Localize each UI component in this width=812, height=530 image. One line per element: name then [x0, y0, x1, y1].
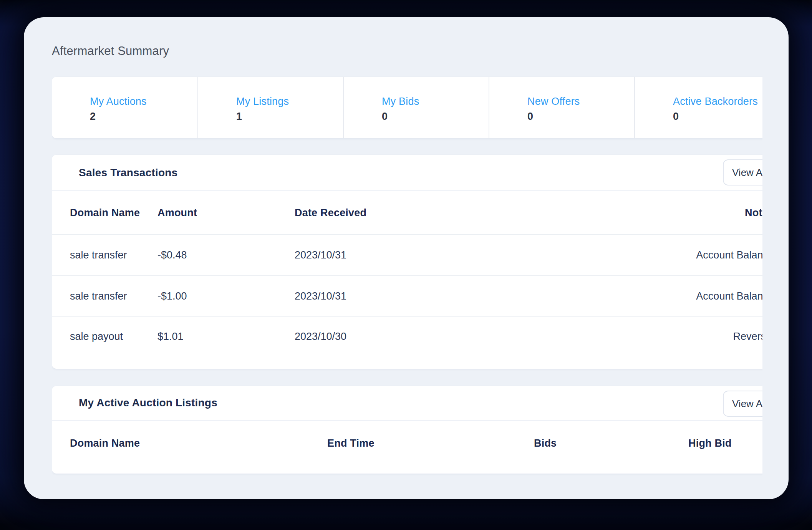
stat-card-my-auctions[interactable]: My Auctions 2: [52, 77, 197, 138]
auctions-view-all-button[interactable]: View All: [723, 391, 762, 417]
stat-value-active-backorders: 0: [673, 111, 762, 122]
cell-amount: $1.01: [157, 331, 184, 343]
stat-link-my-listings[interactable]: My Listings: [236, 96, 343, 107]
col-header-domain-name: Domain Name: [70, 437, 140, 449]
stat-value-new-offers: 0: [527, 111, 634, 122]
auction-listings-table: Domain Name End Time Bids High Bid: [52, 421, 762, 474]
active-auction-listings-header: My Active Auction Listings View All: [52, 386, 762, 421]
stat-value-my-bids: 0: [382, 111, 489, 122]
sales-view-all-button[interactable]: View All: [723, 159, 762, 186]
table-bottom-padding: [52, 356, 762, 369]
auctions-table-header-row: Domain Name End Time Bids High Bid: [52, 421, 762, 466]
cell-date: 2023/10/30: [295, 331, 346, 343]
cell-notes: Account Balance: [696, 249, 762, 261]
col-header-end-time: End Time: [327, 437, 375, 449]
active-auction-listings-title: My Active Auction Listings: [79, 397, 217, 409]
stat-value-my-auctions: 2: [90, 111, 197, 122]
cell-domain: sale transfer: [70, 249, 127, 261]
stat-link-new-offers[interactable]: New Offers: [527, 96, 634, 107]
cell-domain: sale transfer: [70, 290, 127, 302]
cell-domain: sale payout: [70, 331, 123, 343]
stat-card-my-bids[interactable]: My Bids 0: [343, 77, 489, 138]
sales-transactions-title: Sales Transactions: [79, 167, 177, 179]
stat-link-active-backorders[interactable]: Active Backorders: [673, 96, 762, 107]
sales-table-row: sale transfer -$0.48 2023/10/31 Account …: [52, 235, 762, 276]
stat-card-my-listings[interactable]: My Listings 1: [197, 77, 343, 138]
sales-table-row: sale transfer -$1.00 2023/10/31 Account …: [52, 276, 762, 317]
stat-link-my-bids[interactable]: My Bids: [382, 96, 489, 107]
sales-table-row: sale payout $1.01 2023/10/30 Reversal: [52, 317, 762, 356]
stat-link-my-auctions[interactable]: My Auctions: [90, 96, 197, 107]
content-clip-region: My Auctions 2 My Listings 1 My Bids 0 Ne…: [52, 17, 762, 499]
cell-amount: -$1.00: [157, 290, 187, 302]
sales-transactions-table: Domain Name Amount Date Received Notes s…: [52, 191, 762, 369]
cell-date: 2023/10/31: [295, 249, 346, 261]
stat-card-active-backorders[interactable]: Active Backorders 0: [634, 77, 762, 138]
active-auction-listings-section: My Active Auction Listings View All Doma…: [52, 386, 762, 474]
stat-value-my-listings: 1: [236, 111, 343, 122]
col-header-notes: Notes: [745, 207, 762, 219]
table-bottom-padding: [52, 466, 762, 474]
page-background: Aftermarket Summary My Auctions 2 My Lis…: [0, 0, 812, 530]
aftermarket-summary-panel: Aftermarket Summary My Auctions 2 My Lis…: [24, 17, 789, 499]
stats-card-row: My Auctions 2 My Listings 1 My Bids 0 Ne…: [52, 77, 762, 138]
cell-date: 2023/10/31: [295, 290, 346, 302]
sales-transactions-header: Sales Transactions View All: [52, 155, 762, 191]
col-header-bids: Bids: [534, 437, 557, 449]
sales-transactions-section: Sales Transactions View All Domain Name …: [52, 155, 762, 369]
cell-amount: -$0.48: [157, 249, 187, 261]
col-header-date-received: Date Received: [295, 207, 366, 219]
col-header-domain-name: Domain Name: [70, 207, 140, 219]
cell-notes: Account Balance: [696, 290, 762, 302]
cell-notes: Reversal: [733, 331, 762, 343]
sales-table-header-row: Domain Name Amount Date Received Notes: [52, 191, 762, 235]
col-header-amount: Amount: [157, 207, 197, 219]
col-header-high-bid: High Bid: [688, 437, 732, 449]
stat-card-new-offers[interactable]: New Offers 0: [489, 77, 634, 138]
